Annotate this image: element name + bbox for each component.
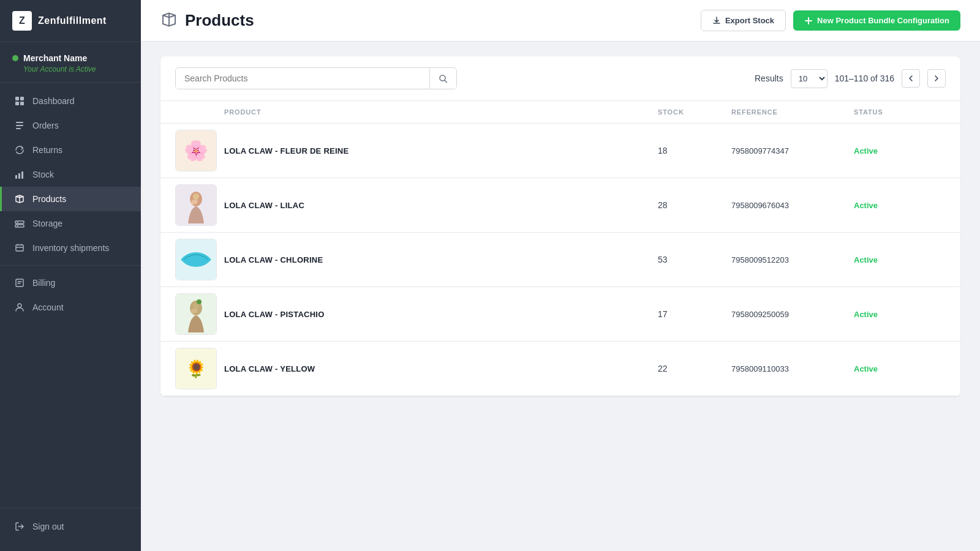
sidebar-item-stock[interactable]: Stock [0,162,141,187]
sidebar-item-billing[interactable]: Billing [0,271,141,295]
sidebar-item-orders[interactable]: Orders [0,113,141,138]
nav-section: Dashboard Orders Returns [0,83,141,508]
content-area: Results 10 25 50 100 101–110 of 316 [141,42,980,551]
status-2: Active [854,201,946,210]
svg-rect-15 [16,279,23,287]
topbar: Products Export Stock New Product Bundle… [141,0,980,42]
sidebar-label-account: Account [32,302,64,312]
billing-icon [14,277,25,288]
svg-rect-8 [18,173,20,179]
results-label: Results [755,73,783,83]
logo-name: Zenfulfillment [38,15,107,26]
search-pagination-bar: Results 10 25 50 100 101–110 of 316 [160,56,960,101]
stock-value-3: 53 [658,255,731,264]
inventory-icon [14,242,25,253]
page-title-icon [160,11,178,31]
products-icon [14,193,25,204]
pagination-prev-button[interactable] [902,69,920,88]
signout-icon [14,521,25,532]
sidebar-label-billing: Billing [32,278,55,288]
nav-divider [0,265,141,266]
returns-icon [14,144,25,156]
table-row[interactable]: 🌻 LOLA CLAW - YELLOW 22 7958009110033 Ac… [160,342,960,396]
sidebar-label-inventory: Inventory shipments [32,243,109,253]
sidebar-label-returns: Returns [32,145,62,155]
sidebar-label-products: Products [32,194,66,204]
export-icon [712,17,721,25]
stock-value-1: 18 [658,146,731,156]
products-card: Results 10 25 50 100 101–110 of 316 [160,56,960,396]
svg-rect-14 [16,245,23,251]
table-row[interactable]: LOLA CLAW - CHLORINE 53 7958009512203 Ac… [160,233,960,287]
reference-value-2: 7958009676043 [731,201,854,210]
svg-rect-6 [16,128,21,129]
product-image-5: 🌻 [175,348,217,389]
page-title: Products [185,11,254,30]
svg-point-16 [18,304,21,307]
pagination-range: 101–110 of 316 [835,73,894,83]
merchant-section: Merchant Name Your Account is Active [0,42,141,83]
table-row[interactable]: LOLA CLAW - LILAC 28 7958009676043 Activ… [160,178,960,233]
sidebar-item-products[interactable]: Products [0,187,141,211]
product-name-4: LOLA CLAW - PISTACHIO [224,310,658,319]
svg-rect-9 [21,171,23,179]
product-name-1: LOLA CLAW - FLEUR DE REINE [224,146,658,156]
svg-point-12 [17,222,18,223]
dashboard-icon [14,96,25,107]
logo-symbol: Z [12,11,32,31]
reference-value-1: 7958009774347 [731,146,854,156]
sidebar-item-returns[interactable]: Returns [0,138,141,162]
status-1: Active [854,146,946,156]
table-row[interactable]: LOLA CLAW - PISTACHIO 17 7958009250059 A… [160,287,960,342]
results-count-select[interactable]: 10 25 50 100 [791,69,827,88]
svg-rect-10 [15,221,24,223]
export-stock-button[interactable]: Export Stock [701,10,786,31]
topbar-actions: Export Stock New Product Bundle Configur… [701,10,960,31]
new-bundle-button[interactable]: New Product Bundle Configuration [793,10,960,31]
product-image-3 [175,239,217,280]
svg-rect-5 [16,125,23,126]
signout-button[interactable]: Sign out [0,514,141,539]
search-button[interactable] [429,69,456,89]
chevron-right-icon [933,75,940,82]
chevron-left-icon [907,75,914,82]
col-header-status: STATUS [854,108,946,116]
svg-rect-1 [20,97,24,100]
search-icon [439,74,448,83]
product-name-5: LOLA CLAW - YELLOW [224,364,658,373]
reference-value-5: 7958009110033 [731,364,854,373]
sidebar-label-storage: Storage [32,219,62,228]
products-table: PRODUCT STOCK REFERENCE STATUS 🌸 LOLA CL… [160,101,960,396]
sidebar-item-inventory[interactable]: Inventory shipments [0,236,141,260]
svg-rect-7 [15,175,17,179]
product-image-4 [175,293,217,335]
col-header-stock: STOCK [658,108,731,116]
status-5: Active [854,364,946,373]
signout-label: Sign out [32,522,64,531]
svg-rect-11 [15,225,24,227]
sidebar: Z Zenfulfillment Merchant Name Your Acco… [0,0,141,551]
table-row[interactable]: 🌸 LOLA CLAW - FLEUR DE REINE 18 79580097… [160,124,960,178]
reference-value-4: 7958009250059 [731,310,854,319]
stock-value-2: 28 [658,200,731,210]
pagination-next-button[interactable] [927,69,946,88]
sidebar-item-account[interactable]: Account [0,295,141,320]
product-name-3: LOLA CLAW - CHLORINE [224,255,658,264]
stock-value-5: 22 [658,364,731,373]
sidebar-label-stock: Stock [32,170,54,179]
orders-icon [14,120,25,131]
sidebar-item-dashboard[interactable]: Dashboard [0,89,141,113]
status-4: Active [854,310,946,319]
col-header-image [175,108,224,116]
merchant-name: Merchant Name [23,53,87,63]
reference-value-3: 7958009512203 [731,255,854,264]
sidebar-item-storage[interactable]: Storage [0,211,141,236]
status-3: Active [854,255,946,264]
sidebar-bottom: Sign out [0,508,141,551]
merchant-status-text: Your Account is Active [12,65,129,73]
page-title-row: Products [160,11,254,31]
storage-icon [14,218,25,229]
svg-rect-4 [16,122,23,123]
search-input[interactable] [176,68,429,89]
search-wrapper [175,67,457,89]
